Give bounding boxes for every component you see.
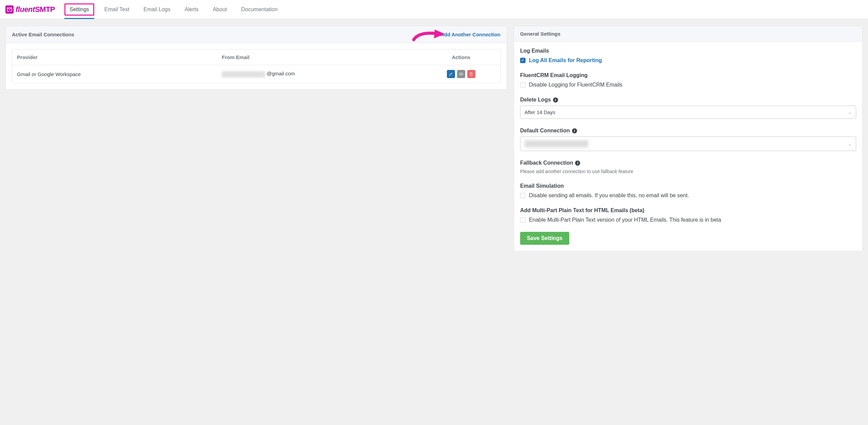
info-icon[interactable]: i bbox=[553, 97, 558, 103]
multipart-title: Add Multi-Part Plain Text for HTML Email… bbox=[520, 207, 856, 214]
trash-icon bbox=[469, 72, 473, 76]
tab-alerts[interactable]: Alerts bbox=[181, 0, 203, 19]
settings-title: General Settings bbox=[520, 31, 560, 37]
connections-panel: Active Email Connections ＋ Add Another C… bbox=[5, 26, 507, 90]
checkbox-disable-sending[interactable] bbox=[520, 193, 526, 198]
redacted-default-connection bbox=[525, 140, 588, 147]
checkbox-disable-fluentcrm[interactable] bbox=[520, 82, 526, 88]
brand-logo: fluentSMTP bbox=[5, 5, 55, 14]
view-button[interactable] bbox=[457, 70, 465, 78]
settings-body: Log Emails Log All Emails for Reporting … bbox=[514, 42, 862, 251]
fallback-helper: Please add another connection to use fal… bbox=[520, 169, 856, 174]
tab-email-logs[interactable]: Email Logs bbox=[139, 0, 174, 19]
multipart-label: Enable Multi-Part Plain Text version of … bbox=[529, 217, 721, 223]
info-icon[interactable]: i bbox=[572, 128, 577, 133]
cell-from: @gmail.com bbox=[217, 65, 422, 83]
checkbox-enable-multipart[interactable] bbox=[520, 217, 526, 223]
tab-documentation[interactable]: Documentation bbox=[237, 0, 282, 19]
connections-header: Active Email Connections ＋ Add Another C… bbox=[6, 26, 507, 43]
connections-title: Active Email Connections bbox=[12, 32, 74, 37]
checkbox-log-all[interactable] bbox=[520, 58, 526, 63]
page-body: Active Email Connections ＋ Add Another C… bbox=[0, 19, 868, 258]
col-provider: Provider bbox=[12, 50, 217, 65]
connections-body: Provider From Email Actions Gmail or Goo… bbox=[6, 43, 507, 89]
eye-icon bbox=[459, 72, 463, 76]
save-settings-button[interactable]: Save Settings bbox=[520, 232, 569, 245]
table-row: Gmail or Google Workspace @gmail.com bbox=[12, 65, 500, 83]
cell-provider: Gmail or Google Workspace bbox=[12, 65, 217, 83]
col-from: From Email bbox=[217, 50, 422, 65]
email-simulation-checkbox-row[interactable]: Disable sending all emails. If you enabl… bbox=[520, 192, 856, 199]
add-connection-link[interactable]: ＋ Add Another Connection bbox=[434, 31, 500, 38]
multipart-section: Add Multi-Part Plain Text for HTML Email… bbox=[520, 207, 856, 223]
connections-table: Provider From Email Actions Gmail or Goo… bbox=[12, 49, 500, 83]
multipart-checkbox-row[interactable]: Enable Multi-Part Plain Text version of … bbox=[520, 217, 856, 223]
settings-header: General Settings bbox=[514, 26, 862, 42]
fallback-connection-title: Fallback Connection bbox=[520, 160, 573, 166]
fluentcrm-label: Disable Logging for FluentCRM Emails bbox=[529, 82, 623, 88]
col-actions: Actions bbox=[422, 50, 500, 65]
delete-logs-select[interactable]: After 14 Days ⌄ bbox=[520, 106, 856, 119]
default-connection-title: Default Connection bbox=[520, 128, 570, 134]
redacted-username bbox=[222, 71, 265, 77]
email-simulation-label: Disable sending all emails. If you enabl… bbox=[529, 192, 689, 199]
chevron-down-icon: ⌄ bbox=[848, 142, 852, 146]
email-simulation-title: Email Simulation bbox=[520, 183, 856, 189]
fluentcrm-section: FluentCRM Email Logging Disable Logging … bbox=[520, 72, 856, 88]
default-connection-select[interactable]: ⌄ bbox=[520, 136, 856, 151]
log-emails-title: Log Emails bbox=[520, 48, 856, 54]
settings-panel: General Settings Log Emails Log All Emai… bbox=[514, 26, 863, 251]
brand-text: fluentSMTP bbox=[16, 5, 55, 14]
nav-tabs: Settings Email Test Email Logs Alerts Ab… bbox=[64, 0, 282, 19]
chevron-down-icon: ⌄ bbox=[848, 110, 852, 115]
pencil-icon bbox=[449, 72, 453, 76]
email-simulation-section: Email Simulation Disable sending all ema… bbox=[520, 183, 856, 199]
tab-settings[interactable]: Settings bbox=[64, 3, 94, 16]
tab-about[interactable]: About bbox=[209, 0, 231, 19]
top-nav: fluentSMTP Settings Email Test Email Log… bbox=[0, 0, 868, 19]
svg-point-0 bbox=[461, 74, 461, 74]
log-emails-label: Log All Emails for Reporting bbox=[529, 57, 602, 63]
log-emails-section: Log Emails Log All Emails for Reporting bbox=[520, 48, 856, 63]
delete-button[interactable] bbox=[467, 70, 475, 78]
log-emails-checkbox-row[interactable]: Log All Emails for Reporting bbox=[520, 57, 856, 63]
envelope-icon bbox=[5, 5, 14, 14]
plus-icon: ＋ bbox=[434, 31, 439, 38]
fluentcrm-checkbox-row[interactable]: Disable Logging for FluentCRM Emails bbox=[520, 82, 856, 88]
default-connection-section: Default Connection i ⌄ bbox=[520, 128, 856, 151]
delete-logs-section: Delete Logs i After 14 Days ⌄ bbox=[520, 97, 856, 119]
fallback-connection-section: Fallback Connection i Please add another… bbox=[520, 160, 856, 174]
delete-logs-title: Delete Logs bbox=[520, 97, 551, 103]
edit-button[interactable] bbox=[447, 70, 455, 78]
cell-actions bbox=[422, 65, 500, 83]
fluentcrm-title: FluentCRM Email Logging bbox=[520, 72, 856, 78]
tab-email-test[interactable]: Email Test bbox=[100, 0, 134, 19]
info-icon[interactable]: i bbox=[575, 161, 580, 166]
